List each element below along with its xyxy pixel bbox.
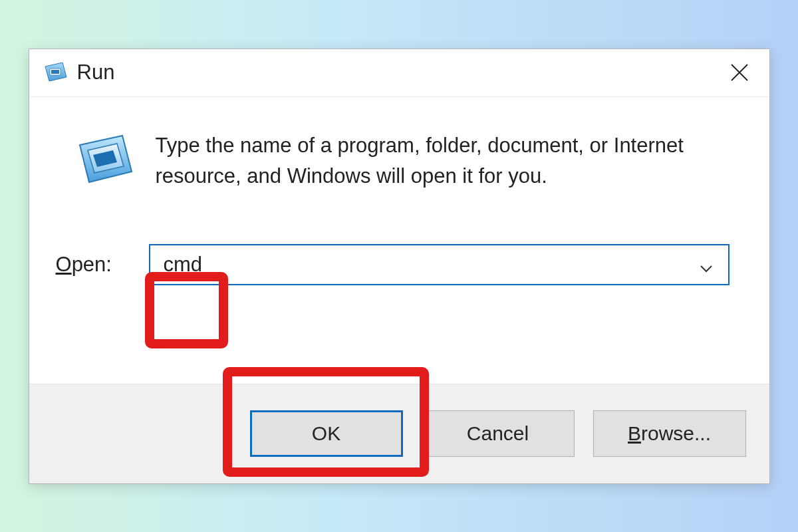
chevron-down-icon[interactable] xyxy=(699,257,714,272)
open-input-value: cmd xyxy=(164,253,203,277)
button-bar: OK Cancel Browse... xyxy=(29,384,769,483)
dialog-content: Type the name of a program, folder, docu… xyxy=(29,97,769,384)
svg-rect-1 xyxy=(51,70,59,74)
description-text: Type the name of a program, folder, docu… xyxy=(156,130,741,192)
run-dialog: Run xyxy=(29,49,770,484)
browse-button-label: Browse... xyxy=(628,422,711,445)
open-row: Open: cmd xyxy=(56,244,743,285)
cancel-button[interactable]: Cancel xyxy=(422,410,575,457)
cancel-button-label: Cancel xyxy=(467,422,529,445)
run-title-icon xyxy=(44,63,68,82)
titlebar: Run xyxy=(29,49,769,97)
ok-button-label: OK xyxy=(312,422,340,445)
description-row: Type the name of a program, folder, docu… xyxy=(56,130,743,192)
open-label: Open: xyxy=(56,253,149,277)
ok-button[interactable]: OK xyxy=(250,410,403,457)
open-combobox[interactable]: cmd xyxy=(149,244,730,285)
dialog-title: Run xyxy=(77,61,115,84)
close-button[interactable] xyxy=(716,49,763,96)
close-icon xyxy=(729,62,750,83)
run-large-icon xyxy=(76,133,136,186)
browse-button[interactable]: Browse... xyxy=(593,410,746,457)
